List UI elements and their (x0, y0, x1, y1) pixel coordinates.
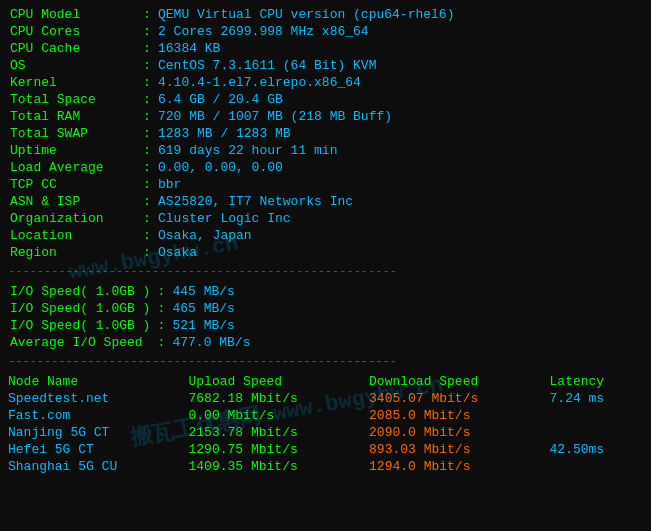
system-info-row: Total RAM : 720 MB / 1007 MB (218 MB Buf… (8, 108, 643, 125)
speed-upload: 0.00 Mbit/s (189, 407, 370, 424)
speed-test-row: Hefei 5G CT 1290.75 Mbit/s 893.03 Mbit/s… (8, 441, 643, 458)
info-value: QEMU Virtual CPU version (cpu64-rhel6) (156, 6, 643, 23)
system-info-row: OS : CentOS 7.3.1611 (64 Bit) KVM (8, 57, 643, 74)
info-value: Osaka, Japan (156, 227, 643, 244)
divider-2: ----------------------------------------… (8, 355, 643, 369)
info-colon: : (138, 108, 156, 125)
system-info-row: Uptime : 619 days 22 hour 11 min (8, 142, 643, 159)
io-speed-row: I/O Speed( 1.0GB ) : 465 MB/s (8, 300, 643, 317)
speed-upload: 1409.35 Mbit/s (189, 458, 370, 475)
info-value: AS25820, IT7 Networks Inc (156, 193, 643, 210)
info-colon: : (138, 210, 156, 227)
io-value: 477.0 MB/s (170, 334, 643, 351)
io-label: I/O Speed( 1.0GB ) (8, 283, 152, 300)
io-speed-row: I/O Speed( 1.0GB ) : 445 MB/s (8, 283, 643, 300)
io-value: 465 MB/s (170, 300, 643, 317)
info-value: Cluster Logic Inc (156, 210, 643, 227)
info-value: 619 days 22 hour 11 min (156, 142, 643, 159)
info-colon: : (138, 159, 156, 176)
speed-test-row: Shanghai 5G CU 1409.35 Mbit/s 1294.0 Mbi… (8, 458, 643, 475)
speed-upload: 7682.18 Mbit/s (189, 390, 370, 407)
io-value: 445 MB/s (170, 283, 643, 300)
info-label: ASN & ISP (8, 193, 138, 210)
io-label: I/O Speed( 1.0GB ) (8, 317, 152, 334)
speed-test-row: Fast.com 0.00 Mbit/s 2085.0 Mbit/s (8, 407, 643, 424)
speed-download: 1294.0 Mbit/s (369, 458, 550, 475)
main-container: www.bwgyhw.cn 搬瓦工优惠网 www.bwgyhw.cn CPU M… (8, 6, 643, 475)
divider-1: ----------------------------------------… (8, 265, 643, 279)
system-info-row: Region : Osaka (8, 244, 643, 261)
info-colon: : (138, 193, 156, 210)
speed-download: 2085.0 Mbit/s (369, 407, 550, 424)
info-label: Location (8, 227, 138, 244)
system-info-table: CPU Model : QEMU Virtual CPU version (cp… (8, 6, 643, 261)
info-label: Total RAM (8, 108, 138, 125)
col-header-node: Node Name (8, 373, 189, 390)
col-header-latency: Latency (550, 373, 643, 390)
system-info-row: CPU Cores : 2 Cores 2699.998 MHz x86_64 (8, 23, 643, 40)
info-value: 0.00, 0.00, 0.00 (156, 159, 643, 176)
system-info-row: Total Space : 6.4 GB / 20.4 GB (8, 91, 643, 108)
info-colon: : (138, 40, 156, 57)
info-colon: : (138, 244, 156, 261)
info-label: Load Average (8, 159, 138, 176)
info-label: Total SWAP (8, 125, 138, 142)
io-speed-table: I/O Speed( 1.0GB ) : 445 MB/s I/O Speed(… (8, 283, 643, 351)
speed-node: Fast.com (8, 407, 189, 424)
system-info-row: CPU Model : QEMU Virtual CPU version (cp… (8, 6, 643, 23)
system-info-row: Total SWAP : 1283 MB / 1283 MB (8, 125, 643, 142)
speed-upload: 2153.78 Mbit/s (189, 424, 370, 441)
io-value: 521 MB/s (170, 317, 643, 334)
io-colon: : (152, 317, 170, 334)
io-colon: : (152, 334, 170, 351)
info-colon: : (138, 57, 156, 74)
info-colon: : (138, 125, 156, 142)
info-colon: : (138, 142, 156, 159)
speed-test-table: Node Name Upload Speed Download Speed La… (8, 373, 643, 475)
speed-node: Shanghai 5G CU (8, 458, 189, 475)
speed-download: 2090.0 Mbit/s (369, 424, 550, 441)
system-info-row: Location : Osaka, Japan (8, 227, 643, 244)
info-value: 4.10.4-1.el7.elrepo.x86_64 (156, 74, 643, 91)
col-header-download: Download Speed (369, 373, 550, 390)
info-label: Kernel (8, 74, 138, 91)
info-value: bbr (156, 176, 643, 193)
speed-latency: 42.50ms (550, 441, 643, 458)
speed-test-row: Nanjing 5G CT 2153.78 Mbit/s 2090.0 Mbit… (8, 424, 643, 441)
info-label: Region (8, 244, 138, 261)
info-colon: : (138, 176, 156, 193)
info-value: Osaka (156, 244, 643, 261)
speed-node: Nanjing 5G CT (8, 424, 189, 441)
system-info-row: Load Average : 0.00, 0.00, 0.00 (8, 159, 643, 176)
info-value: CentOS 7.3.1611 (64 Bit) KVM (156, 57, 643, 74)
info-label: CPU Model (8, 6, 138, 23)
info-label: Uptime (8, 142, 138, 159)
speed-node: Hefei 5G CT (8, 441, 189, 458)
system-info-row: Organization : Cluster Logic Inc (8, 210, 643, 227)
info-value: 1283 MB / 1283 MB (156, 125, 643, 142)
io-label: Average I/O Speed (8, 334, 152, 351)
info-value: 16384 KB (156, 40, 643, 57)
io-label: I/O Speed( 1.0GB ) (8, 300, 152, 317)
speed-latency (550, 407, 643, 424)
speed-node: Speedtest.net (8, 390, 189, 407)
speed-download: 3405.07 Mbit/s (369, 390, 550, 407)
info-value: 2 Cores 2699.998 MHz x86_64 (156, 23, 643, 40)
info-label: CPU Cache (8, 40, 138, 57)
system-info-row: CPU Cache : 16384 KB (8, 40, 643, 57)
speed-latency: 7.24 ms (550, 390, 643, 407)
info-label: CPU Cores (8, 23, 138, 40)
info-label: Total Space (8, 91, 138, 108)
info-value: 720 MB / 1007 MB (218 MB Buff) (156, 108, 643, 125)
io-colon: : (152, 300, 170, 317)
speed-latency (550, 458, 643, 475)
info-colon: : (138, 23, 156, 40)
io-speed-row: Average I/O Speed : 477.0 MB/s (8, 334, 643, 351)
info-label: Organization (8, 210, 138, 227)
info-colon: : (138, 91, 156, 108)
io-speed-row: I/O Speed( 1.0GB ) : 521 MB/s (8, 317, 643, 334)
info-label: OS (8, 57, 138, 74)
info-colon: : (138, 74, 156, 91)
info-value: 6.4 GB / 20.4 GB (156, 91, 643, 108)
speed-latency (550, 424, 643, 441)
